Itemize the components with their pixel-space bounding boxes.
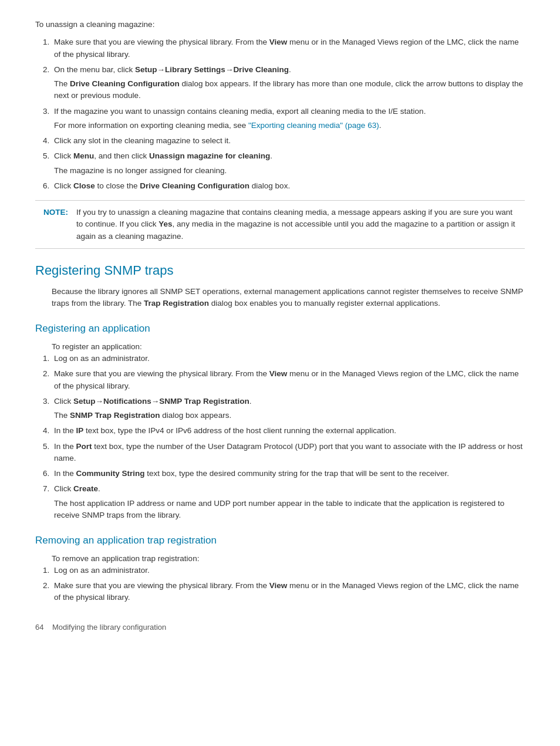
ip-bold: IP xyxy=(76,426,84,435)
unassign-steps-list: Make sure that you are viewing the physi… xyxy=(52,36,525,192)
snmp-trap-reg-bold-2: SNMP Trap Registration xyxy=(70,411,160,420)
note-box: NOTE: If you try to unassign a cleaning … xyxy=(35,200,525,249)
view-bold-3: View xyxy=(269,581,288,590)
footer-text: Modifying the library configuration xyxy=(52,623,166,632)
unassign-step-5: Click Menu, and then click Unassign maga… xyxy=(52,150,525,177)
note-text: If you try to unassign a cleaning magazi… xyxy=(76,207,517,242)
unassign-step-2: On the menu bar, click Setup→Library Set… xyxy=(52,64,525,102)
trap-registration-bold: Trap Registration xyxy=(144,299,209,308)
register-step-4: In the IP text box, type the IPv4 or IPv… xyxy=(52,425,525,437)
snmp-section-title: Registering SNMP traps xyxy=(35,261,525,280)
unassign-step-1: Make sure that you are viewing the physi… xyxy=(52,36,525,60)
exporting-link[interactable]: "Exporting cleaning media" (page 63) xyxy=(248,121,379,130)
step2-sub: The Drive Cleaning Configuration dialog … xyxy=(54,78,525,102)
register-step-1: Log on as an administrator. xyxy=(52,353,525,364)
port-bold: Port xyxy=(76,442,92,451)
unassign-step-3: If the magazine you want to unassign con… xyxy=(52,106,525,132)
community-string-bold: Community String xyxy=(76,469,145,478)
notifications-bold: Notifications xyxy=(103,397,151,406)
drive-cleaning-config-bold-2: Drive Cleaning Configuration xyxy=(140,181,249,190)
register-step-3: Click Setup→Notifications→SNMP Trap Regi… xyxy=(52,396,525,422)
unassign-magazine-bold: Unassign magazine for cleaning xyxy=(149,151,270,160)
yes-bold: Yes xyxy=(158,220,172,228)
register-step-2: Make sure that you are viewing the physi… xyxy=(52,368,525,392)
setup-bold: Setup xyxy=(135,65,157,74)
content-area: To unassign a cleaning magazine: Make su… xyxy=(35,19,525,604)
register-step7-sub: The host application IP address or name … xyxy=(54,498,525,522)
drive-cleaning-config-bold: Drive Cleaning Configuration xyxy=(70,79,180,88)
remove-app-intro: To remove an application trap registrati… xyxy=(52,553,525,565)
note-label: NOTE: xyxy=(43,207,72,218)
remove-app-steps-list: Log on as an administrator. Make sure th… xyxy=(52,565,525,604)
step5-sub: The magazine is no longer assigned for c… xyxy=(54,165,525,177)
register-step3-sub: The SNMP Trap Registration dialog box ap… xyxy=(54,410,525,421)
register-app-title: Registering an application xyxy=(35,321,525,336)
drive-cleaning-bold: Drive Cleaning xyxy=(233,65,289,74)
remove-app-title: Removing an application trap registratio… xyxy=(35,533,525,548)
register-app-steps-list: Log on as an administrator. Make sure th… xyxy=(52,353,525,521)
register-step-6: In the Community String text box, type t… xyxy=(52,468,525,480)
menu-bold: Menu xyxy=(73,151,94,160)
snmp-intro: Because the library ignores all SNMP SET… xyxy=(52,286,525,310)
page-number: 64 xyxy=(35,623,43,632)
unassign-intro: To unassign a cleaning magazine: xyxy=(35,19,525,31)
page-footer: 64 Modifying the library configuration xyxy=(35,622,525,633)
create-bold: Create xyxy=(73,484,98,493)
register-step-7: Click Create. The host application IP ad… xyxy=(52,483,525,521)
view-bold-2: View xyxy=(269,369,288,378)
register-step-5: In the Port text box, type the number of… xyxy=(52,441,525,465)
snmp-trap-reg-bold: SNMP Trap Registration xyxy=(159,397,249,406)
setup-bold-2: Setup xyxy=(73,397,96,406)
close-bold: Close xyxy=(73,181,95,190)
step3-sub: For more information on exporting cleani… xyxy=(54,120,525,131)
library-settings-bold: Library Settings xyxy=(165,65,225,74)
view-bold: View xyxy=(269,38,288,46)
register-app-intro: To register an application: xyxy=(52,341,525,353)
unassign-step-6: Click Close to close the Drive Cleaning … xyxy=(52,180,525,192)
remove-step-2: Make sure that you are viewing the physi… xyxy=(52,580,525,604)
remove-step-1: Log on as an administrator. xyxy=(52,565,525,576)
unassign-step-4: Click any slot in the cleaning magazine … xyxy=(52,135,525,147)
